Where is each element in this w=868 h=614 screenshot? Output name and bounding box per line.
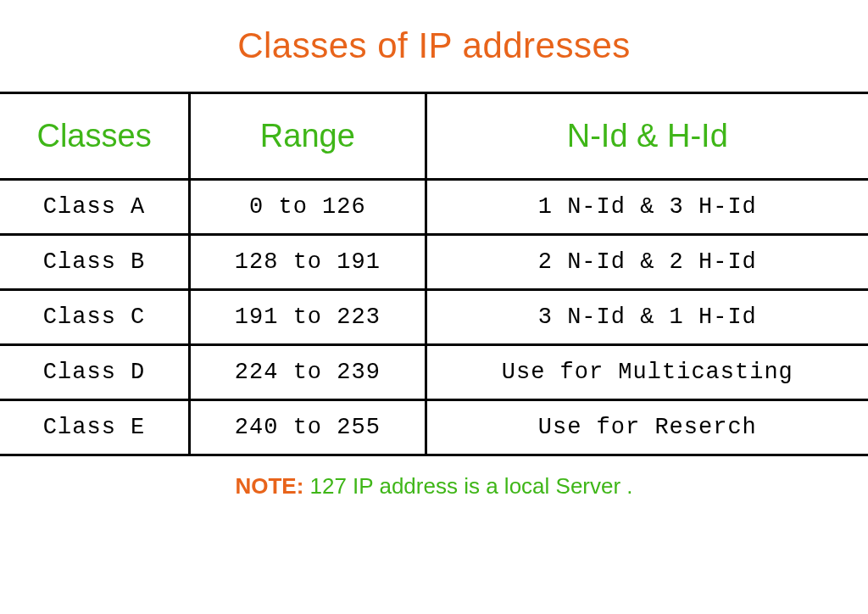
cell-range: 224 to 239 [190,345,426,400]
page-title: Classes of IP addresses [237,25,631,66]
note-line: NOTE: 127 IP address is a local Server . [235,473,632,500]
cell-classes: Class C [0,290,190,345]
cell-classes: Class A [0,180,190,235]
table-header-row: Classes Range N-Id & H-Id [0,93,868,180]
header-classes: Classes [0,93,190,180]
header-range: Range [190,93,426,180]
cell-range: 191 to 223 [190,290,426,345]
cell-nid: Use for Reserch [426,400,868,455]
cell-classes: Class B [0,235,190,290]
cell-range: 240 to 255 [190,400,426,455]
cell-range: 128 to 191 [190,235,426,290]
cell-classes: Class E [0,400,190,455]
table-row: Class C 191 to 223 3 N-Id & 1 H-Id [0,290,868,345]
table-row: Class A 0 to 126 1 N-Id & 3 H-Id [0,180,868,235]
cell-range: 0 to 126 [190,180,426,235]
cell-nid: 2 N-Id & 2 H-Id [426,235,868,290]
table-row: Class D 224 to 239 Use for Multicasting [0,345,868,400]
note-text: 127 IP address is a local Server . [303,473,632,499]
header-nid-hid: N-Id & H-Id [426,93,868,180]
note-label: NOTE: [235,473,303,499]
cell-nid: 3 N-Id & 1 H-Id [426,290,868,345]
ip-classes-table: Classes Range N-Id & H-Id Class A 0 to 1… [0,92,868,456]
table-row: Class B 128 to 191 2 N-Id & 2 H-Id [0,235,868,290]
cell-nid: 1 N-Id & 3 H-Id [426,180,868,235]
cell-classes: Class D [0,345,190,400]
ip-classes-table-container: Classes Range N-Id & H-Id Class A 0 to 1… [0,92,868,456]
cell-nid: Use for Multicasting [426,345,868,400]
table-row: Class E 240 to 255 Use for Reserch [0,400,868,455]
